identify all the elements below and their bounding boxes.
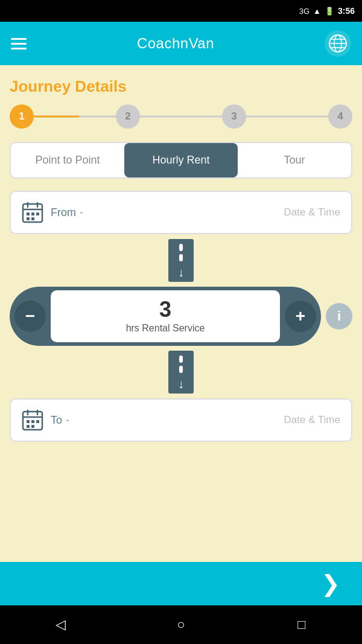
calendar-from-icon: [22, 202, 43, 223]
step-3[interactable]: 3: [222, 104, 246, 129]
main-content: Journey Details 1 2 3 4 Point to Point H…: [0, 65, 362, 562]
to-datetime-placeholder: Date & Time: [284, 414, 340, 426]
time-display: 3:56: [338, 6, 355, 16]
svg-rect-18: [27, 420, 30, 423]
svg-rect-21: [27, 425, 30, 428]
svg-rect-12: [27, 217, 30, 220]
signal-icon: 3G: [299, 7, 310, 16]
svg-rect-13: [31, 217, 34, 220]
section-title: Journey Details: [10, 77, 352, 96]
svg-rect-22: [31, 425, 34, 428]
next-button[interactable]: ❯: [314, 567, 348, 601]
rental-counter: − 3 hrs Rental Service +: [10, 287, 321, 346]
menu-button[interactable]: [11, 38, 27, 49]
wifi-icon: ▲: [313, 7, 321, 16]
home-button[interactable]: ○: [166, 610, 196, 640]
tab-selector: Point to Point Hourly Rent Tour: [10, 142, 352, 179]
road-connector-top: ↓: [10, 234, 352, 287]
step-indicator: 1 2 3 4: [10, 104, 352, 129]
svg-rect-10: [31, 212, 34, 215]
svg-rect-9: [27, 212, 30, 215]
app-title: CoachnVan: [137, 35, 214, 52]
step-2[interactable]: 2: [116, 104, 140, 129]
to-label: To: [51, 414, 62, 427]
bottom-nav: ❯: [0, 562, 362, 605]
android-bar: ◁ ○ □: [0, 605, 362, 644]
language-button[interactable]: [325, 30, 351, 57]
nav-bar: CoachnVan: [0, 22, 362, 65]
status-bar: 3G ▲ 🔋 3:56: [0, 0, 362, 22]
svg-rect-11: [36, 212, 39, 215]
to-field[interactable]: To - Date & Time: [10, 398, 352, 442]
back-button[interactable]: ◁: [45, 610, 75, 640]
from-field[interactable]: From - Date & Time: [10, 191, 352, 234]
svg-rect-20: [36, 420, 39, 423]
step-1[interactable]: 1: [10, 104, 34, 129]
recent-button[interactable]: □: [287, 610, 317, 640]
decrement-button[interactable]: −: [14, 301, 46, 332]
from-datetime-placeholder: Date & Time: [284, 206, 340, 218]
step-4[interactable]: 4: [328, 104, 352, 129]
to-dash: -: [66, 414, 69, 427]
from-dash: -: [80, 206, 83, 219]
tab-hourly-rent[interactable]: Hourly Rent: [124, 143, 238, 177]
info-button[interactable]: i: [326, 303, 352, 330]
from-label: From: [51, 206, 76, 219]
counter-display: 3 hrs Rental Service: [51, 290, 280, 342]
battery-icon: 🔋: [325, 7, 334, 16]
increment-button[interactable]: +: [285, 301, 316, 332]
rental-unit: hrs Rental Service: [57, 323, 274, 334]
svg-rect-19: [31, 420, 34, 423]
tab-tour[interactable]: Tour: [238, 143, 351, 177]
calendar-to-icon: [22, 409, 43, 431]
chevron-right-icon: ❯: [321, 570, 340, 597]
rental-count: 3: [57, 299, 274, 320]
road-connector-bottom: ↓: [10, 346, 352, 398]
tab-point-to-point[interactable]: Point to Point: [11, 143, 124, 177]
